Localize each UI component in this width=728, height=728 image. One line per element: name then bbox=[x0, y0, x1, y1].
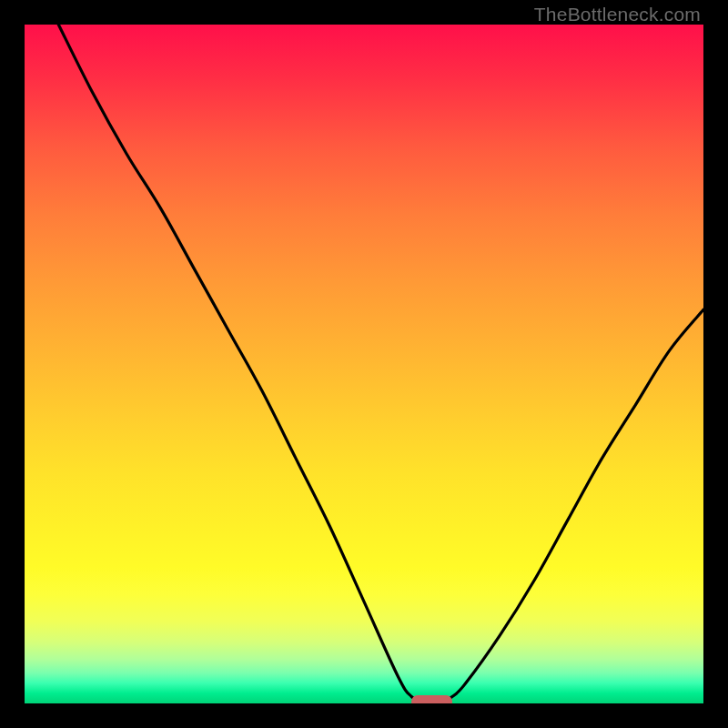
plot-area bbox=[25, 25, 703, 703]
chart-frame: TheBottleneck.com bbox=[0, 0, 728, 728]
watermark-text: TheBottleneck.com bbox=[534, 4, 701, 25]
optimal-range-marker bbox=[411, 695, 452, 703]
bottleneck-curve bbox=[25, 25, 703, 703]
